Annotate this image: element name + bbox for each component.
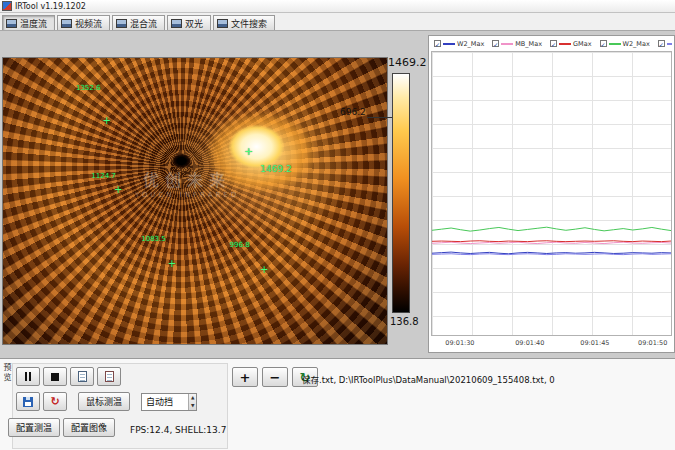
legend-label: W2_Max — [623, 40, 650, 48]
camera-icon — [217, 19, 228, 28]
camera-icon — [171, 19, 182, 28]
measure-cross-icon: + — [114, 187, 122, 193]
tab-label: 视频流 — [75, 17, 102, 30]
x-tick-label: 09:01:30 — [445, 339, 474, 347]
checkbox-icon[interactable]: ✓ — [600, 40, 607, 47]
measure-cross-icon: + — [102, 118, 110, 124]
fps-status: FPS:12.4, SHELL:13.7 — [130, 425, 226, 435]
chart-x-axis: 09:01:3009:01:4009:01:4509:01:50 — [431, 338, 672, 349]
floppy-icon — [23, 397, 33, 407]
series-line — [432, 254, 671, 255]
scale-marker-tick — [367, 117, 392, 118]
scale-min-label: 136.8 — [390, 316, 419, 327]
app-window: { "window": { "title": "IRTool v1.19.120… — [0, 0, 675, 450]
tab-3[interactable]: 双光 — [167, 15, 211, 30]
checkbox-icon[interactable]: ✓ — [658, 40, 665, 47]
series-line — [432, 241, 671, 242]
checkbox-icon[interactable]: ✓ — [550, 40, 557, 47]
legend-color-line — [609, 43, 621, 45]
save-button[interactable] — [16, 392, 40, 411]
measure-cross-icon: + — [168, 261, 176, 267]
zoom-out-button[interactable]: − — [262, 367, 288, 387]
temperature-scale-bar — [392, 73, 410, 313]
export-data-button[interactable] — [97, 367, 121, 386]
measure-temp-label: 1124.7 — [91, 172, 116, 180]
legend-label: W2_Max — [457, 40, 484, 48]
legend-color-line — [443, 43, 455, 45]
tab-1[interactable]: 视频流 — [57, 15, 110, 30]
legend-color-line — [559, 43, 571, 45]
mouse-measure-button[interactable]: 鼠标测温 — [78, 392, 130, 411]
tab-label: 温度流 — [20, 17, 47, 30]
tab-label: 文件搜索 — [231, 17, 267, 30]
arrow-down-icon[interactable]: ▼ — [189, 402, 196, 410]
legend-label: GMax — [573, 40, 591, 48]
x-tick-label: 09:01:45 — [580, 339, 609, 347]
measure-cross-icon: + — [245, 149, 253, 155]
zoom-in-button[interactable]: + — [232, 367, 258, 387]
chart-plot — [431, 51, 672, 336]
legend-item[interactable]: ✓MG_Max — [658, 40, 672, 48]
reload-button[interactable]: ↻ — [43, 392, 67, 411]
legend-item[interactable]: ✓GMax — [550, 40, 591, 48]
pause-button[interactable] — [16, 367, 40, 386]
document-icon — [78, 371, 87, 382]
tab-label: 混合流 — [130, 17, 157, 30]
tab-0[interactable]: 温度流 — [2, 15, 55, 30]
measure-temp-label: 1469.2 — [260, 164, 292, 174]
auto-mode-select[interactable]: 自动挡 ▲ ▼ — [141, 393, 197, 411]
scale-marker-label: 696.2 — [340, 107, 366, 117]
legend-item[interactable]: ✓MB_Max — [492, 40, 542, 48]
chart-series-svg — [432, 52, 671, 335]
legend-color-line — [501, 43, 513, 45]
save-path-text: 保存.txt, D:\IRToolPlus\DataManual\2021060… — [302, 373, 555, 385]
preview-vertical-label: 预览 — [1, 363, 12, 383]
pause-icon — [25, 372, 27, 381]
record-data-button[interactable] — [70, 367, 94, 386]
series-line — [432, 242, 671, 243]
config-measure-button[interactable]: 配置测温 — [8, 418, 60, 437]
tab-2[interactable]: 混合流 — [112, 15, 165, 30]
camera-icon — [116, 19, 127, 28]
app-icon — [2, 1, 12, 11]
config-image-button[interactable]: 配置图像 — [63, 418, 115, 437]
auto-mode-value: 自动挡 — [142, 395, 188, 408]
camera-icon — [6, 19, 17, 28]
legend-label: MB_Max — [515, 40, 542, 48]
bottom-panel: 预览 + − ↻ 保存.txt, D:\IRToolPlus\DataManua… — [0, 358, 675, 450]
stop-button[interactable] — [43, 367, 67, 386]
document-save-icon — [105, 371, 114, 382]
tab-4[interactable]: 文件搜索 — [213, 15, 275, 30]
x-tick-label: 09:01:50 — [638, 339, 667, 347]
tab-bar: 温度流视频流混合流双光文件搜索 — [0, 13, 675, 31]
window-title: IRTool v1.19.1202 — [15, 2, 86, 11]
spinner-arrows[interactable]: ▲ ▼ — [188, 394, 196, 410]
reload-icon: ↻ — [50, 395, 59, 408]
thermal-image[interactable]: 优创未来 YOUCN INFRARED +1352.6+1124.7+1469.… — [2, 57, 388, 345]
scale-max-label: 1469.2 — [388, 56, 427, 69]
watermark-en: YOUCN INFRARED — [72, 191, 302, 199]
series-line — [432, 227, 671, 231]
checkbox-icon[interactable]: ✓ — [492, 40, 499, 47]
measure-temp-label: 1083.5 — [141, 235, 166, 243]
legend-item[interactable]: ✓W2_Max — [434, 40, 484, 48]
camera-icon — [61, 19, 72, 28]
chart-panel: ✓W2_Max✓MB_Max✓GMax✓W2_Max✓MG_Max 09:01:… — [428, 35, 675, 353]
x-tick-label: 09:01:40 — [515, 339, 544, 347]
measure-temp-label: 1352.6 — [76, 84, 101, 92]
tab-label: 双光 — [185, 17, 203, 30]
checkbox-icon[interactable]: ✓ — [434, 40, 441, 47]
stop-icon — [51, 373, 59, 381]
measure-cross-icon: + — [260, 267, 268, 273]
title-bar: IRTool v1.19.1202 — [0, 0, 675, 13]
arrow-up-icon[interactable]: ▲ — [189, 394, 196, 402]
chart-legend: ✓W2_Max✓MB_Max✓GMax✓W2_Max✓MG_Max — [434, 38, 672, 49]
legend-item[interactable]: ✓W2_Max — [600, 40, 650, 48]
measure-temp-label: 996.8 — [230, 241, 250, 249]
legend-color-line — [667, 43, 672, 45]
